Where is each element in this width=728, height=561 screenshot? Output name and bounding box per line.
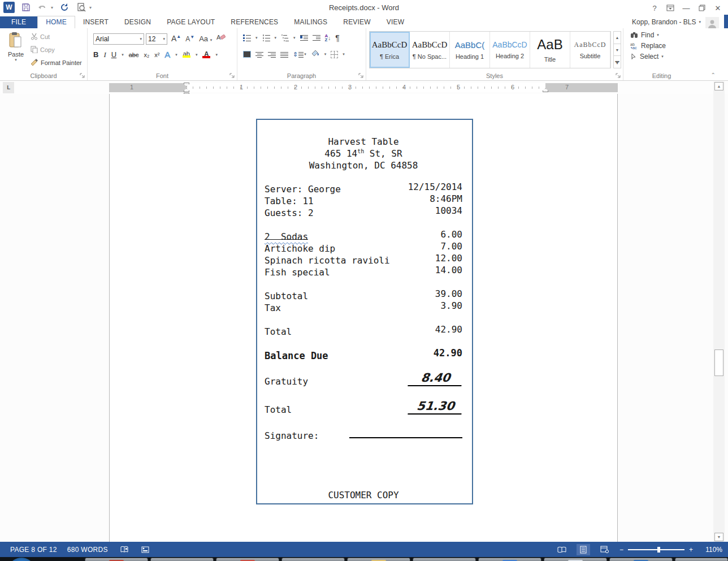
font-dialog-launcher[interactable]	[229, 73, 235, 79]
zoom-out-button[interactable]: −	[619, 546, 623, 554]
redo-icon[interactable]	[59, 2, 70, 13]
ribbon-tab[interactable]: DESIGN	[116, 16, 159, 28]
numbering-icon[interactable]	[262, 34, 270, 41]
zoom-track[interactable]	[628, 549, 684, 550]
select-button[interactable]: Select▾	[630, 53, 700, 61]
scrollbar-thumb[interactable]	[714, 349, 723, 376]
ribbon-display-options-button[interactable]	[662, 2, 678, 14]
customize-qat-icon[interactable]: ▾	[89, 5, 92, 10]
web-layout-icon[interactable]	[598, 544, 612, 555]
taskbar-app-button[interactable]	[347, 558, 410, 561]
style-item[interactable]: AaBbCcD ¶ Erica	[370, 32, 410, 68]
print-preview-icon[interactable]	[76, 2, 87, 13]
taskbar-app-button[interactable]	[216, 558, 279, 561]
ribbon-tab[interactable]: FILE	[0, 16, 37, 28]
minimize-button[interactable]: —	[678, 2, 694, 14]
cut-button[interactable]: Cut	[31, 33, 50, 40]
taskbar[interactable]	[0, 557, 728, 561]
bullets-icon[interactable]	[243, 34, 251, 41]
styles-scroll-down-icon[interactable]: ▼	[613, 44, 621, 57]
shrink-font-button[interactable]: A▼	[185, 34, 194, 43]
restore-button[interactable]	[694, 2, 710, 14]
font-size-combo[interactable]: 12▾	[146, 33, 167, 45]
taskbar-app-button[interactable]	[675, 558, 728, 561]
taskbar-app-button[interactable]	[544, 558, 607, 561]
receipt-text-box[interactable]: Harvest Table 465 14th St, SR Washington…	[256, 119, 473, 504]
highlight-button[interactable]: ab	[183, 51, 190, 58]
align-left-icon[interactable]	[243, 51, 251, 58]
read-mode-icon[interactable]	[555, 544, 569, 555]
increase-indent-icon[interactable]	[313, 34, 320, 41]
print-layout-icon[interactable]	[577, 544, 590, 555]
align-right-icon[interactable]	[268, 51, 276, 58]
change-case-button[interactable]: Aa ▾	[199, 34, 212, 43]
undo-icon[interactable]	[37, 2, 49, 13]
bold-button[interactable]: B	[93, 50, 98, 59]
ribbon-tab[interactable]: MAILINGS	[286, 16, 335, 28]
taskbar-app-button[interactable]	[281, 558, 345, 561]
avatar[interactable]	[705, 17, 719, 28]
undo-dropdown-icon[interactable]: ▾	[51, 5, 53, 10]
horizontal-ruler[interactable]: 11234567	[109, 83, 618, 92]
line-spacing-icon[interactable]: ⇕▾	[293, 51, 306, 58]
document-page[interactable]: Harvest Table 465 14th St, SR Washington…	[109, 94, 618, 542]
style-item[interactable]: AaBbCcD Heading 2	[490, 32, 530, 68]
multilevel-list-icon[interactable]	[281, 34, 289, 41]
shading-icon[interactable]	[311, 49, 320, 59]
replace-button[interactable]: abac Replace	[630, 42, 700, 50]
font-color-button[interactable]: A	[202, 51, 210, 58]
ribbon-tab[interactable]: PAGE LAYOUT	[159, 16, 223, 28]
account-menu[interactable]: Kopp, Brandon - BLS ▾	[632, 18, 701, 26]
clear-formatting-button[interactable]: A	[216, 33, 226, 44]
show-hide-pilcrow-icon[interactable]: ¶	[335, 33, 340, 42]
ribbon-tab[interactable]: VIEW	[379, 16, 412, 28]
copy-button[interactable]: Copy	[31, 46, 55, 53]
decrease-indent-icon[interactable]	[300, 34, 308, 41]
help-button[interactable]: ?	[647, 2, 662, 14]
text-effects-button[interactable]: A	[164, 50, 170, 59]
collapse-ribbon-icon[interactable]: ⌃	[711, 72, 716, 78]
word-count[interactable]: 680 WORDS	[67, 546, 108, 554]
clipboard-dialog-launcher[interactable]	[80, 73, 85, 79]
style-item[interactable]: AaBbCcD Subtitle	[570, 32, 610, 68]
grow-font-button[interactable]: A▲	[171, 34, 181, 43]
close-button[interactable]: ✕	[710, 2, 726, 14]
italic-button[interactable]: I	[103, 50, 106, 59]
paste-button[interactable]: Paste ▾	[5, 32, 27, 69]
taskbar-app-button[interactable]	[478, 558, 541, 561]
ribbon-tab[interactable]: REVIEW	[335, 16, 379, 28]
sort-icon[interactable]: AZ↓	[325, 34, 331, 42]
taskbar-app-button[interactable]	[85, 558, 148, 561]
strikethrough-button[interactable]: abc	[129, 51, 139, 58]
styles-scroll-up-icon[interactable]: ▲	[613, 31, 621, 44]
find-button[interactable]: Find▾	[630, 31, 700, 39]
subscript-button[interactable]: x₂	[144, 51, 149, 58]
ribbon-tab[interactable]: REFERENCES	[223, 16, 286, 28]
style-item[interactable]: AaBbC( Heading 1	[450, 32, 490, 68]
proofing-errors-icon[interactable]	[120, 546, 129, 554]
font-name-combo[interactable]: Arial▾	[93, 33, 144, 45]
superscript-button[interactable]: x²	[154, 51, 159, 58]
start-button[interactable]	[10, 558, 33, 561]
scroll-down-icon[interactable]: ▼	[714, 533, 723, 541]
ribbon-tab[interactable]: HOME	[37, 16, 75, 28]
borders-icon[interactable]	[331, 51, 338, 58]
style-item[interactable]: AaBbCcD ¶ No Spac...	[410, 32, 450, 68]
justify-icon[interactable]	[280, 51, 288, 58]
zoom-thumb[interactable]	[657, 547, 660, 553]
page-indicator[interactable]: PAGE 8 OF 12	[10, 546, 57, 554]
underline-button[interactable]: U	[111, 50, 116, 59]
save-icon[interactable]	[20, 2, 32, 13]
scroll-up-icon[interactable]: ▲	[714, 82, 723, 90]
paragraph-dialog-launcher[interactable]	[358, 73, 364, 79]
align-center-icon[interactable]	[255, 51, 263, 58]
taskbar-app-button[interactable]	[609, 558, 673, 561]
format-painter-button[interactable]: Format Painter	[31, 59, 82, 66]
taskbar-app-button[interactable]	[150, 558, 214, 561]
zoom-slider[interactable]: − +	[619, 546, 693, 554]
taskbar-app-button[interactable]	[413, 558, 476, 561]
ribbon-tab[interactable]: INSERT	[75, 16, 116, 28]
styles-dialog-launcher[interactable]	[616, 73, 621, 79]
styles-gallery-expand-icon[interactable]: ▬▼	[613, 56, 621, 68]
zoom-percentage[interactable]: 110%	[701, 546, 722, 554]
